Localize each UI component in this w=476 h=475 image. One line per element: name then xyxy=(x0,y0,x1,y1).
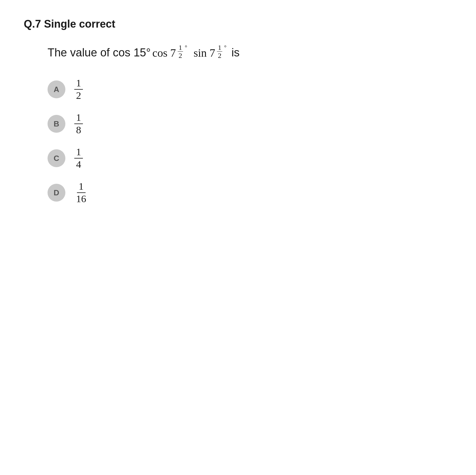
option-a-fraction: 1 2 xyxy=(74,78,83,101)
option-c-label: C xyxy=(54,154,59,163)
option-b-numerator: 1 xyxy=(74,113,83,124)
spacer1 xyxy=(189,46,192,59)
option-c-numerator: 1 xyxy=(74,147,83,159)
option-d-circle[interactable]: D xyxy=(48,184,65,202)
option-a-denominator: 2 xyxy=(74,90,83,101)
option-b-fraction: 1 8 xyxy=(74,113,83,135)
option-a-numerator: 1 xyxy=(74,78,83,90)
option-c-fraction: 1 4 xyxy=(74,147,83,170)
is-text: is xyxy=(228,46,239,59)
question-header: Q.7 Single correct xyxy=(24,18,452,30)
question-intro-text: The value of cos 15° xyxy=(48,46,151,59)
sin-label: sin 7 xyxy=(194,46,215,59)
option-b-circle[interactable]: B xyxy=(48,115,65,133)
sin-angle-fraction: 1 2 xyxy=(217,44,222,59)
option-d-row[interactable]: D 1 16 xyxy=(48,181,452,204)
options-container: A 1 2 B 1 8 C 1 4 D 1 16 xyxy=(48,78,452,204)
option-a-label: A xyxy=(54,85,59,94)
option-a-circle[interactable]: A xyxy=(48,80,65,98)
option-a-row[interactable]: A 1 2 xyxy=(48,78,452,101)
cos-angle-fraction: 1 2 xyxy=(178,44,183,59)
option-c-denominator: 4 xyxy=(74,159,83,170)
option-d-denominator: 16 xyxy=(74,193,88,204)
question-label: Q.7 Single correct xyxy=(24,18,115,30)
option-d-fraction: 1 16 xyxy=(74,181,88,204)
cos-label: cos 7 xyxy=(152,46,176,59)
option-d-label: D xyxy=(54,188,59,197)
option-c-circle[interactable]: C xyxy=(48,149,65,167)
option-b-denominator: 8 xyxy=(74,124,83,135)
option-d-numerator: 1 xyxy=(77,181,86,193)
option-c-row[interactable]: C 1 4 xyxy=(48,147,452,170)
option-b-label: B xyxy=(54,119,59,129)
question-body: The value of cos 15° cos 7 1 2 ° sin 7 1… xyxy=(48,45,452,60)
option-b-row[interactable]: B 1 8 xyxy=(48,113,452,135)
